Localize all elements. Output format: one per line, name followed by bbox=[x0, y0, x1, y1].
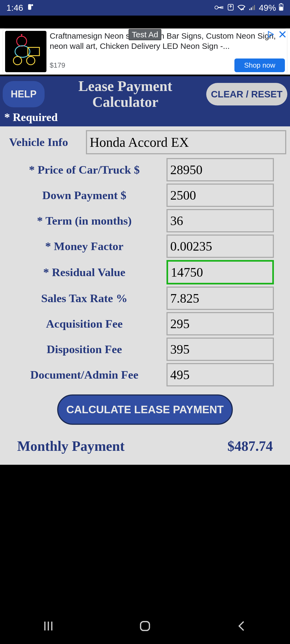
system-nav-bar bbox=[0, 609, 290, 644]
svg-rect-9 bbox=[251, 8, 252, 10]
document-fee-input[interactable] bbox=[166, 363, 274, 386]
residual-value-label: * Residual Value bbox=[4, 266, 165, 279]
svg-rect-0 bbox=[28, 4, 31, 10]
svg-rect-21 bbox=[141, 622, 150, 631]
svg-rect-4 bbox=[221, 6, 222, 9]
monthly-payment-label: Monthly Payment bbox=[17, 438, 125, 454]
money-factor-input[interactable] bbox=[166, 235, 274, 258]
battery-icon bbox=[279, 3, 284, 13]
disposition-fee-label: Disposition Fee bbox=[4, 343, 165, 356]
shop-now-button[interactable]: Shop now bbox=[234, 58, 285, 72]
status-time: 1:46 bbox=[6, 3, 23, 13]
home-button[interactable] bbox=[139, 620, 151, 633]
residual-value-input[interactable] bbox=[166, 260, 274, 284]
app-title: Lease Payment Calculator bbox=[49, 78, 201, 110]
price-label: * Price of Car/Truck $ bbox=[4, 163, 165, 176]
form-area: Vehicle Info * Price of Car/Truck $ Down… bbox=[0, 126, 290, 465]
sales-tax-input[interactable] bbox=[166, 287, 274, 310]
ad-banner: Test Ad Craftnamesign Neon sign, Neon Ba… bbox=[0, 28, 290, 75]
svg-rect-5 bbox=[222, 6, 223, 9]
ad-thumbnail bbox=[5, 31, 46, 72]
svg-rect-8 bbox=[249, 9, 250, 10]
vehicle-info-label: Vehicle Info bbox=[4, 136, 84, 149]
required-note: * Required bbox=[3, 110, 287, 125]
back-button[interactable] bbox=[236, 620, 248, 633]
document-fee-label: Document/Admin Fee bbox=[4, 368, 165, 381]
acquisition-fee-input[interactable] bbox=[166, 312, 274, 335]
calculate-button[interactable]: CALCULATE LEASE PAYMENT bbox=[57, 394, 233, 425]
vehicle-info-input[interactable] bbox=[86, 130, 286, 154]
app-indicator-icon bbox=[27, 3, 34, 13]
svg-rect-11 bbox=[254, 5, 255, 10]
test-ad-badge: Test Ad bbox=[129, 29, 161, 40]
help-button[interactable]: HELP bbox=[3, 81, 45, 107]
svg-point-2 bbox=[215, 6, 218, 9]
app-header: HELP Lease Payment Calculator CLEAR / RE… bbox=[0, 76, 290, 126]
svg-rect-10 bbox=[252, 6, 253, 10]
disposition-fee-input[interactable] bbox=[166, 338, 274, 361]
wifi-icon bbox=[237, 3, 246, 13]
recents-button[interactable] bbox=[42, 620, 54, 633]
svg-rect-15 bbox=[5, 31, 46, 72]
price-input[interactable] bbox=[166, 158, 274, 181]
term-label: * Term (in months) bbox=[4, 214, 165, 227]
svg-point-7 bbox=[241, 9, 242, 10]
ad-close-icon[interactable] bbox=[278, 30, 287, 40]
signal-icon bbox=[249, 3, 256, 13]
acquisition-fee-label: Acquisition Fee bbox=[4, 317, 165, 330]
clear-reset-button[interactable]: CLEAR / RESET bbox=[206, 83, 287, 105]
monthly-payment-value: $487.74 bbox=[227, 438, 273, 454]
ad-title: Craftnamesign Neon sign, Neon Bar Signs,… bbox=[50, 31, 285, 51]
ad-price: $179 bbox=[50, 61, 65, 69]
status-bar: 1:46 49% bbox=[0, 0, 290, 16]
ad-info-icon[interactable] bbox=[267, 30, 276, 40]
svg-point-1 bbox=[31, 4, 33, 6]
battery-percent: 49% bbox=[259, 3, 276, 13]
vpn-icon bbox=[214, 3, 224, 13]
down-payment-label: Down Payment $ bbox=[4, 189, 165, 202]
update-icon bbox=[227, 3, 234, 13]
svg-rect-13 bbox=[280, 3, 282, 4]
money-factor-label: * Money Factor bbox=[4, 240, 165, 253]
down-payment-input[interactable] bbox=[166, 184, 274, 207]
term-input[interactable] bbox=[166, 209, 274, 232]
sales-tax-label: Sales Tax Rate % bbox=[4, 292, 165, 305]
